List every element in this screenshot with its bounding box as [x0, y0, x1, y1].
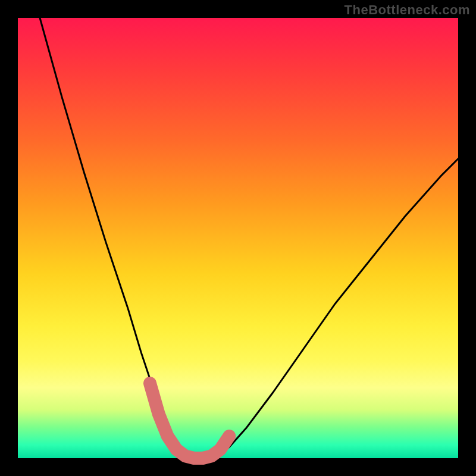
trough-marker — [150, 383, 229, 458]
bottleneck-curve — [40, 18, 458, 458]
curve-layer — [18, 18, 458, 458]
chart-frame: TheBottleneck.com — [0, 0, 476, 476]
watermark-text: TheBottleneck.com — [345, 2, 470, 18]
